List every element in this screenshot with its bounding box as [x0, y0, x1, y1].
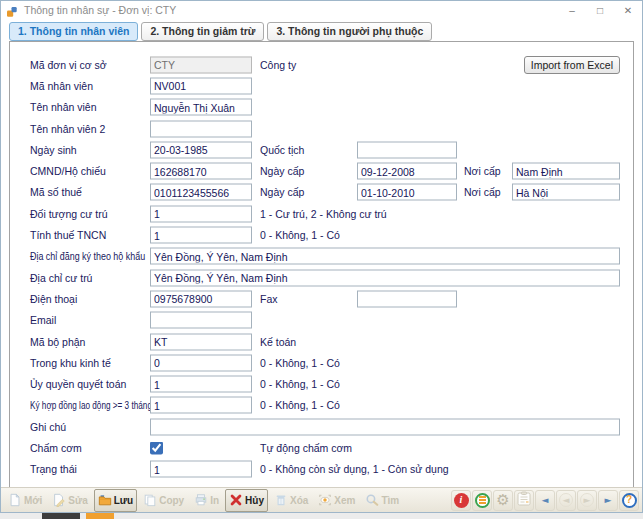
field-row-ma-don-vi-co-so: Mã đơn vị cơ sở Công ty Import from Exce… [10, 54, 633, 75]
dia-chi-cu-tru-input[interactable] [150, 269, 620, 286]
help-icon: ? [622, 493, 637, 508]
field-label: Chấm cơm [30, 442, 82, 454]
ten-nhan-vien-input[interactable] [150, 99, 252, 116]
minimize-button[interactable]: – [558, 1, 586, 19]
field-note: Kế toán [260, 336, 296, 348]
trong-khu-kinh-te-input[interactable] [150, 354, 252, 371]
tab-thong-tin-nhan-vien[interactable]: 1. Thông tin nhân viên [9, 22, 138, 41]
bottom-toolbar: Mới Sửa Lưu Copy In [1, 487, 642, 512]
cmnd-ngay-cap-input[interactable] [357, 163, 457, 180]
find-button: Tìm [361, 489, 403, 512]
field-row-ky-hop-dong: Ký hợp đồng lao động >= 3 tháng 0 - Khôn… [10, 395, 633, 416]
field-row-uy-quyen-quyet-toan: Ủy quyền quyết toán 0 - Không, 1 - Có [10, 373, 633, 394]
ten-nhan-vien-2-input[interactable] [150, 120, 252, 137]
mst-ngay-cap-input[interactable] [357, 184, 457, 201]
field-row-tinh-thue-tncn: Tính thuế TNCN 0 - Không, 1 - Có [10, 224, 633, 245]
close-button[interactable]: ✕ [614, 1, 642, 19]
field-row-ghi-chu: Ghi chú [10, 416, 633, 437]
ky-hop-dong-input[interactable] [150, 397, 252, 414]
maximize-button[interactable]: □ [586, 1, 614, 19]
app-logo-icon [6, 4, 18, 16]
cancel-button[interactable]: Hủy [225, 489, 268, 512]
button-label: Lưu [114, 495, 133, 506]
edit-button: Sửa [48, 489, 91, 512]
list-button[interactable] [472, 490, 492, 511]
field-label: Tên nhân viên [30, 101, 97, 113]
tab-thong-tin-giam-tru[interactable]: 2. Thông tin giảm trừ [141, 22, 264, 41]
tab-thong-tin-nguoi-phu-thuoc[interactable]: 3. Thông tin người phụ thuộc [267, 22, 432, 41]
email-input[interactable] [150, 312, 252, 329]
help-button[interactable]: ? [619, 490, 639, 511]
import-from-excel-button[interactable]: Import from Excel [524, 56, 620, 74]
cham-com-checkbox[interactable] [150, 441, 163, 454]
gear-icon: ⚙ [496, 491, 509, 509]
field-label: Ngày cấp [260, 165, 304, 177]
nav-last-button[interactable]: ► [598, 490, 618, 511]
field-label: Trạng thái [30, 463, 77, 475]
button-label: Xóa [290, 495, 308, 506]
field-row-ma-bo-phan: Mã bộ phận Kế toán [10, 331, 633, 352]
field-label: Mã số thuế [30, 186, 82, 198]
field-row-ten-nhan-vien: Tên nhân viên [10, 97, 633, 118]
ngay-sinh-input[interactable] [150, 141, 252, 158]
nav-last-icon: ► [605, 496, 612, 505]
uy-quyen-quyet-toan-input[interactable] [150, 376, 252, 393]
field-label: Ủy quyền quyết toán [30, 378, 126, 390]
field-row-ten-nhan-vien-2: Tên nhân viên 2 [10, 118, 633, 139]
field-row-doi-tuong-cu-tru: Đối tượng cư trú 1 - Cư trú, 2 - Không c… [10, 203, 633, 224]
field-label: Ghi chú [30, 421, 66, 433]
title-bar: Thông tin nhân sự - Đơn vị: CTY – □ ✕ [1, 1, 642, 19]
cancel-x-icon [229, 493, 243, 507]
field-label: Đối tượng cư trú [30, 208, 108, 220]
nav-prev-icon: ◄ [559, 493, 573, 507]
field-row-cmnd: CMND/Hộ chiếu Ngày cấp Nơi cấp [10, 160, 633, 181]
nav-next-button: ► [577, 490, 597, 511]
field-note: 0 - Không, 1 - Có [260, 399, 340, 411]
quoc-tich-input[interactable] [357, 141, 457, 158]
nav-first-button[interactable]: ◄ [535, 490, 555, 511]
trang-thai-input[interactable] [150, 461, 252, 478]
field-note: 0 - Không, 1 - Có [260, 229, 340, 241]
button-label: Mới [24, 495, 42, 506]
ma-bo-phan-input[interactable] [150, 333, 252, 350]
field-label: Nơi cấp [464, 165, 501, 177]
nav-first-icon: ◄ [542, 496, 549, 505]
save-button[interactable]: Lưu [94, 489, 137, 512]
button-label: Tìm [381, 495, 399, 506]
button-label: Copy [159, 495, 184, 506]
field-row-trang-thai: Trạng thái 0 - Không còn sử dụng, 1 - Cò… [10, 459, 633, 480]
field-label: Ngày sinh [30, 144, 77, 156]
background-window-fragment [86, 513, 114, 519]
field-note: Tự động chấm cơm [260, 442, 352, 454]
app-window: Thông tin nhân sự - Đơn vị: CTY – □ ✕ 1.… [0, 0, 643, 513]
field-note: 1 - Cư trú, 2 - Không cư trú [260, 208, 387, 220]
window-title: Thông tin nhân sự - Đơn vị: CTY [24, 4, 558, 16]
dien-thoai-input[interactable] [150, 290, 252, 307]
new-button: Mới [4, 489, 46, 512]
field-note: 0 - Không, 1 - Có [260, 357, 340, 369]
info-icon: i [454, 493, 469, 508]
field-note: Công ty [260, 59, 296, 71]
mst-noi-cap-input[interactable] [512, 184, 620, 201]
doi-tuong-cu-tru-input[interactable] [150, 205, 252, 222]
eye-icon [318, 493, 332, 507]
cmnd-noi-cap-input[interactable] [512, 163, 620, 180]
field-label: Địa chỉ đăng ký theo hộ khẩu [30, 250, 145, 262]
ma-nhan-vien-input[interactable] [150, 77, 252, 94]
edit-icon [52, 493, 66, 507]
tinh-thue-tncn-input[interactable] [150, 227, 252, 244]
fax-input[interactable] [357, 290, 457, 307]
nav-prev-button: ◄ [556, 490, 576, 511]
ghi-chu-input[interactable] [150, 418, 620, 435]
dia-chi-ho-khau-input[interactable] [150, 248, 620, 265]
field-label: Fax [260, 293, 278, 305]
field-row-trong-khu-kinh-te: Trong khu kinh tế 0 - Không, 1 - Có [10, 352, 633, 373]
info-button[interactable]: i [451, 490, 471, 511]
ma-so-thue-input[interactable] [150, 184, 252, 201]
copy-icon [143, 493, 157, 507]
field-row-ma-nhan-vien: Mã nhân viên [10, 75, 633, 96]
field-label: Ngày cấp [260, 186, 304, 198]
settings-button[interactable]: ⚙ [493, 490, 513, 511]
cmnd-ho-chieu-input[interactable] [150, 163, 252, 180]
ma-don-vi-co-so-input [150, 56, 252, 73]
